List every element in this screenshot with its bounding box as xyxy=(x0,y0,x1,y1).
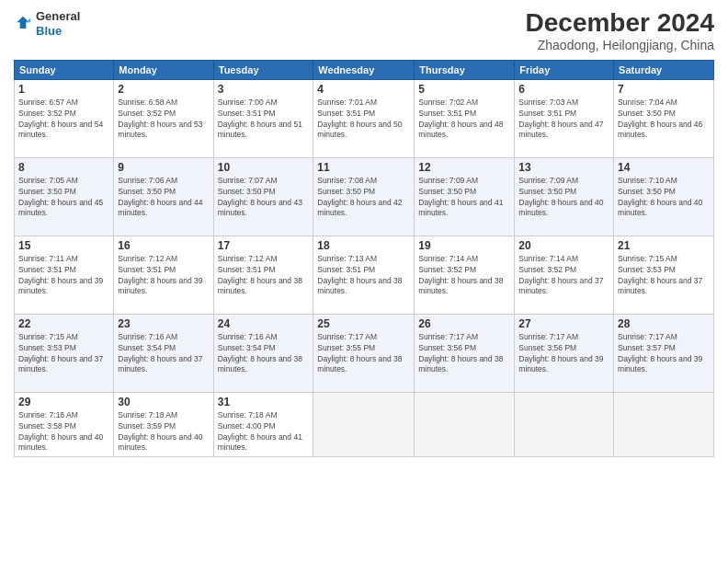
day-number: 4 xyxy=(317,83,410,96)
day-info: Sunrise: 7:00 AM Sunset: 3:51 PM Dayligh… xyxy=(218,98,310,142)
day-cell: 15 Sunrise: 7:11 AM Sunset: 3:51 PM Dayl… xyxy=(15,236,114,314)
day-number: 6 xyxy=(518,83,609,96)
logo-blue-text: Blue xyxy=(36,24,62,38)
day-cell xyxy=(415,392,515,457)
day-cell: 23 Sunrise: 7:16 AM Sunset: 3:54 PM Dayl… xyxy=(114,314,213,392)
day-number: 26 xyxy=(418,317,510,330)
weekday-tuesday: Tuesday xyxy=(213,60,313,79)
day-cell: 29 Sunrise: 7:18 AM Sunset: 3:58 PM Dayl… xyxy=(15,392,114,457)
day-number: 21 xyxy=(618,239,710,252)
day-cell: 1 Sunrise: 6:57 AM Sunset: 3:52 PM Dayli… xyxy=(15,79,114,157)
month-title: December 2024 xyxy=(526,9,714,38)
day-info: Sunrise: 7:05 AM Sunset: 3:50 PM Dayligh… xyxy=(18,176,109,220)
day-info: Sunrise: 7:14 AM Sunset: 3:52 PM Dayligh… xyxy=(518,254,609,298)
title-section: December 2024 Zhaodong, Heilongjiang, Ch… xyxy=(526,9,714,52)
day-info: Sunrise: 7:02 AM Sunset: 3:51 PM Dayligh… xyxy=(418,98,510,142)
weekday-thursday: Thursday xyxy=(415,60,515,79)
day-number: 17 xyxy=(218,239,310,252)
day-number: 12 xyxy=(418,161,510,174)
day-cell: 16 Sunrise: 7:12 AM Sunset: 3:51 PM Dayl… xyxy=(114,236,213,314)
weekday-sunday: Sunday xyxy=(15,60,114,79)
day-number: 3 xyxy=(218,83,310,96)
day-cell: 26 Sunrise: 7:17 AM Sunset: 3:56 PM Dayl… xyxy=(415,314,515,392)
day-cell: 19 Sunrise: 7:14 AM Sunset: 3:52 PM Dayl… xyxy=(415,236,515,314)
day-cell xyxy=(515,392,614,457)
day-info: Sunrise: 7:17 AM Sunset: 3:57 PM Dayligh… xyxy=(618,332,710,376)
day-number: 11 xyxy=(317,161,410,174)
day-number: 22 xyxy=(18,317,109,330)
weekday-friday: Friday xyxy=(515,60,614,79)
day-cell: 9 Sunrise: 7:06 AM Sunset: 3:50 PM Dayli… xyxy=(114,157,213,236)
day-number: 9 xyxy=(118,161,209,174)
day-info: Sunrise: 7:14 AM Sunset: 3:52 PM Dayligh… xyxy=(418,254,510,298)
day-cell: 18 Sunrise: 7:13 AM Sunset: 3:51 PM Dayl… xyxy=(313,236,415,314)
day-cell: 4 Sunrise: 7:01 AM Sunset: 3:51 PM Dayli… xyxy=(313,79,415,157)
day-info: Sunrise: 7:09 AM Sunset: 3:50 PM Dayligh… xyxy=(418,176,510,220)
week-row-5: 29 Sunrise: 7:18 AM Sunset: 3:58 PM Dayl… xyxy=(15,392,714,457)
week-row-1: 1 Sunrise: 6:57 AM Sunset: 3:52 PM Dayli… xyxy=(15,79,714,157)
weekday-header-row: SundayMondayTuesdayWednesdayThursdayFrid… xyxy=(15,60,714,79)
day-number: 29 xyxy=(18,396,109,408)
day-number: 15 xyxy=(18,239,109,252)
day-cell: 20 Sunrise: 7:14 AM Sunset: 3:52 PM Dayl… xyxy=(515,236,614,314)
day-cell: 14 Sunrise: 7:10 AM Sunset: 3:50 PM Dayl… xyxy=(614,157,714,236)
day-info: Sunrise: 7:18 AM Sunset: 4:00 PM Dayligh… xyxy=(218,410,310,454)
day-number: 30 xyxy=(118,396,209,408)
day-number: 16 xyxy=(118,239,209,252)
day-info: Sunrise: 7:16 AM Sunset: 3:54 PM Dayligh… xyxy=(118,332,209,376)
day-info: Sunrise: 7:12 AM Sunset: 3:51 PM Dayligh… xyxy=(218,254,310,298)
day-cell xyxy=(313,392,415,457)
day-cell: 8 Sunrise: 7:05 AM Sunset: 3:50 PM Dayli… xyxy=(15,157,114,236)
day-info: Sunrise: 7:10 AM Sunset: 3:50 PM Dayligh… xyxy=(618,176,710,220)
weekday-wednesday: Wednesday xyxy=(313,60,415,79)
day-info: Sunrise: 7:17 AM Sunset: 3:56 PM Dayligh… xyxy=(418,332,510,376)
day-cell: 22 Sunrise: 7:15 AM Sunset: 3:53 PM Dayl… xyxy=(15,314,114,392)
day-info: Sunrise: 7:18 AM Sunset: 3:59 PM Dayligh… xyxy=(118,410,209,454)
day-cell: 6 Sunrise: 7:03 AM Sunset: 3:51 PM Dayli… xyxy=(515,79,614,157)
day-cell: 13 Sunrise: 7:09 AM Sunset: 3:50 PM Dayl… xyxy=(515,157,614,236)
day-info: Sunrise: 7:18 AM Sunset: 3:58 PM Dayligh… xyxy=(18,410,109,454)
logo: General Blue xyxy=(14,9,80,38)
day-cell: 27 Sunrise: 7:17 AM Sunset: 3:56 PM Dayl… xyxy=(515,314,614,392)
day-info: Sunrise: 6:57 AM Sunset: 3:52 PM Dayligh… xyxy=(18,98,109,142)
logo-text: General Blue xyxy=(36,9,80,38)
day-cell: 17 Sunrise: 7:12 AM Sunset: 3:51 PM Dayl… xyxy=(213,236,313,314)
day-cell: 7 Sunrise: 7:04 AM Sunset: 3:50 PM Dayli… xyxy=(614,79,714,157)
week-row-4: 22 Sunrise: 7:15 AM Sunset: 3:53 PM Dayl… xyxy=(15,314,714,392)
day-cell: 2 Sunrise: 6:58 AM Sunset: 3:52 PM Dayli… xyxy=(114,79,213,157)
day-info: Sunrise: 7:09 AM Sunset: 3:50 PM Dayligh… xyxy=(518,176,609,220)
day-number: 1 xyxy=(18,83,109,96)
day-number: 20 xyxy=(518,239,609,252)
day-cell: 5 Sunrise: 7:02 AM Sunset: 3:51 PM Dayli… xyxy=(415,79,515,157)
day-info: Sunrise: 7:07 AM Sunset: 3:50 PM Dayligh… xyxy=(218,176,310,220)
day-cell: 11 Sunrise: 7:08 AM Sunset: 3:50 PM Dayl… xyxy=(313,157,415,236)
day-cell: 31 Sunrise: 7:18 AM Sunset: 4:00 PM Dayl… xyxy=(213,392,313,457)
day-cell: 25 Sunrise: 7:17 AM Sunset: 3:55 PM Dayl… xyxy=(313,314,415,392)
location: Zhaodong, Heilongjiang, China xyxy=(526,38,714,52)
day-number: 14 xyxy=(618,161,710,174)
day-number: 18 xyxy=(317,239,410,252)
day-number: 31 xyxy=(218,396,310,408)
day-cell xyxy=(614,392,714,457)
day-info: Sunrise: 7:06 AM Sunset: 3:50 PM Dayligh… xyxy=(118,176,209,220)
day-info: Sunrise: 7:15 AM Sunset: 3:53 PM Dayligh… xyxy=(618,254,710,298)
day-info: Sunrise: 7:03 AM Sunset: 3:51 PM Dayligh… xyxy=(518,98,609,142)
day-cell: 12 Sunrise: 7:09 AM Sunset: 3:50 PM Dayl… xyxy=(415,157,515,236)
day-info: Sunrise: 7:11 AM Sunset: 3:51 PM Dayligh… xyxy=(18,254,109,298)
day-info: Sunrise: 7:15 AM Sunset: 3:53 PM Dayligh… xyxy=(18,332,109,376)
day-cell: 30 Sunrise: 7:18 AM Sunset: 3:59 PM Dayl… xyxy=(114,392,213,457)
day-cell: 24 Sunrise: 7:16 AM Sunset: 3:54 PM Dayl… xyxy=(213,314,313,392)
day-cell: 28 Sunrise: 7:17 AM Sunset: 3:57 PM Dayl… xyxy=(614,314,714,392)
logo-icon xyxy=(14,15,32,33)
header: General Blue December 2024 Zhaodong, Hei… xyxy=(14,9,714,52)
logo-general: General xyxy=(36,9,80,23)
day-info: Sunrise: 7:17 AM Sunset: 3:55 PM Dayligh… xyxy=(317,332,410,376)
day-cell: 3 Sunrise: 7:00 AM Sunset: 3:51 PM Dayli… xyxy=(213,79,313,157)
day-number: 5 xyxy=(418,83,510,96)
week-row-3: 15 Sunrise: 7:11 AM Sunset: 3:51 PM Dayl… xyxy=(15,236,714,314)
day-info: Sunrise: 7:13 AM Sunset: 3:51 PM Dayligh… xyxy=(317,254,410,298)
weekday-monday: Monday xyxy=(114,60,213,79)
calendar-page: General Blue December 2024 Zhaodong, Hei… xyxy=(0,0,728,563)
day-info: Sunrise: 7:04 AM Sunset: 3:50 PM Dayligh… xyxy=(618,98,710,142)
day-number: 2 xyxy=(118,83,209,96)
